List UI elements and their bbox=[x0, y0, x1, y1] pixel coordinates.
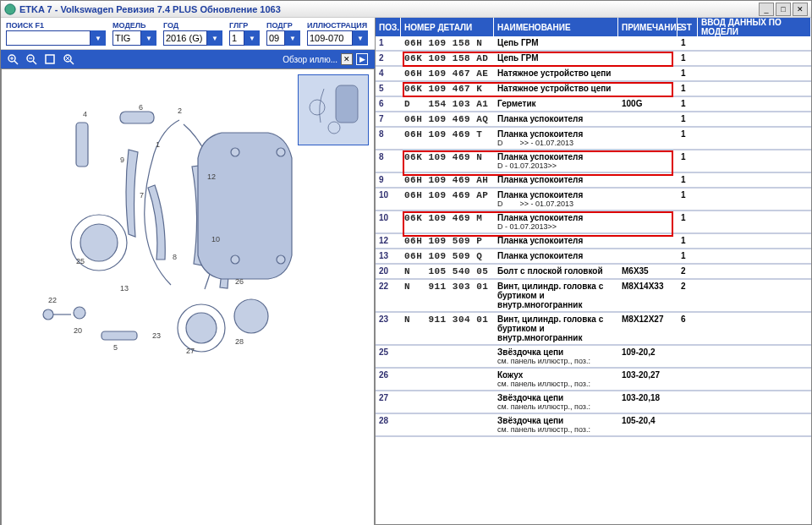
cell-pos: 20 bbox=[376, 265, 401, 278]
svg-point-0 bbox=[5, 3, 15, 14]
table-row[interactable]: 806H 109 469 TПланка успокоителяD >> - 0… bbox=[376, 128, 811, 150]
parts-pane: ПОЗ. НОМЕР ДЕТАЛИ НАИМЕНОВАНИЕ ПРИМЕЧАНИ… bbox=[375, 18, 811, 525]
cell-model bbox=[698, 173, 811, 187]
search-dropdown-button[interactable]: ▼ bbox=[91, 30, 106, 46]
svg-line-2 bbox=[14, 61, 18, 64]
table-row[interactable]: 23N 911 304 01Винт, цилиндр. головка с б… bbox=[376, 313, 811, 346]
cell-name: Планка успокоителя bbox=[494, 112, 618, 126]
podgr-input[interactable] bbox=[266, 30, 285, 46]
table-row[interactable]: 506K 109 467 KНатяжное устройство цепи1 bbox=[376, 82, 811, 97]
app-window: ETKA 7 - Volkswagen Ревизия 7.4 PLUS Обн… bbox=[0, 0, 812, 525]
overview-label: Обзор иллю... bbox=[283, 55, 337, 64]
cell-part: 06H 109 509 Q bbox=[401, 249, 494, 263]
cell-name: Кожухсм. панель иллюстр., поз.: bbox=[494, 369, 618, 390]
cell-note: 103-20,27 bbox=[618, 369, 678, 390]
cell-note bbox=[618, 67, 678, 80]
header-st[interactable]: ST bbox=[678, 18, 698, 36]
table-row[interactable]: 22N 911 303 01Винт, цилиндр. головка с б… bbox=[376, 280, 811, 313]
header-pos[interactable]: ПОЗ. bbox=[376, 18, 401, 36]
minimize-button[interactable]: _ bbox=[759, 3, 774, 16]
zoom-in-icon[interactable] bbox=[4, 52, 21, 67]
cell-note bbox=[618, 211, 678, 232]
cell-name: Планка успокоителяD >> - 01.07.2013 bbox=[494, 128, 618, 149]
diagram-thumbnail[interactable] bbox=[298, 74, 369, 145]
svg-text:25: 25 bbox=[76, 257, 85, 265]
svg-text:13: 13 bbox=[120, 284, 129, 293]
zoom-reset-icon[interactable] bbox=[60, 52, 77, 67]
svg-text:7: 7 bbox=[140, 191, 144, 200]
table-body[interactable]: 106H 109 158 NЦепь ГРМ1206K 109 158 ADЦе… bbox=[376, 36, 811, 525]
year-dropdown-button[interactable]: ▼ bbox=[207, 30, 222, 46]
table-row[interactable]: 25Звёздочка цеписм. панель иллюстр., поз… bbox=[376, 346, 811, 369]
cell-part bbox=[401, 369, 494, 390]
year-input[interactable] bbox=[163, 30, 207, 46]
app-icon bbox=[4, 3, 16, 15]
cell-name: Планка успокоителя bbox=[494, 249, 618, 263]
cell-note bbox=[618, 52, 678, 65]
diagram-view[interactable]: 26 41 97 1225 2220 523 2728 2610 813 bbox=[1, 68, 375, 525]
cell-part: 06K 109 469 M bbox=[401, 211, 494, 232]
table-row[interactable]: 28Звёздочка цеписм. панель иллюстр., поз… bbox=[376, 414, 811, 437]
svg-point-24 bbox=[74, 307, 85, 319]
cell-model bbox=[698, 189, 811, 210]
cell-model bbox=[698, 346, 811, 367]
cell-note bbox=[618, 173, 678, 187]
table-row[interactable]: 1006K 109 469 MПланка успокоителяD - 01.… bbox=[376, 211, 811, 234]
cell-part: 06K 109 469 N bbox=[401, 150, 494, 172]
header-name[interactable]: НАИМЕНОВАНИЕ bbox=[494, 18, 618, 36]
cell-model bbox=[698, 414, 811, 435]
table-row[interactable]: 27Звёздочка цеписм. панель иллюстр., поз… bbox=[376, 391, 811, 414]
podgr-dropdown-button[interactable]: ▼ bbox=[285, 30, 300, 46]
table-row[interactable]: 406H 109 467 AEНатяжное устройство цепи1 bbox=[376, 67, 811, 82]
cell-note: 105-20,4 bbox=[618, 414, 678, 435]
model-input[interactable] bbox=[112, 30, 141, 46]
cell-model bbox=[698, 211, 811, 232]
table-row[interactable]: 1306H 109 509 QПланка успокоителя1 bbox=[376, 249, 811, 265]
table-row[interactable]: 706H 109 469 AQПланка успокоителя1 bbox=[376, 112, 811, 128]
cell-model bbox=[698, 234, 811, 248]
model-dropdown-button[interactable]: ▼ bbox=[141, 30, 156, 46]
svg-point-17 bbox=[277, 148, 285, 156]
table-row[interactable]: 26Кожухсм. панель иллюстр., поз.:103-20,… bbox=[376, 369, 811, 391]
maximize-button[interactable]: □ bbox=[776, 3, 791, 16]
ill-input[interactable] bbox=[307, 30, 353, 46]
overview-close-icon[interactable]: ✕ bbox=[341, 53, 353, 65]
zoom-fit-icon[interactable] bbox=[41, 52, 58, 67]
search-input[interactable] bbox=[6, 30, 91, 46]
svg-point-46 bbox=[328, 122, 340, 134]
ill-dropdown-button[interactable]: ▼ bbox=[353, 30, 368, 46]
table-row[interactable]: 1206H 109 509 PПланка успокоителя1 bbox=[376, 234, 811, 249]
svg-point-22 bbox=[43, 309, 53, 320]
table-row[interactable]: 806K 109 469 NПланка успокоителяD - 01.0… bbox=[376, 150, 811, 173]
cell-part: N 105 540 05 bbox=[401, 265, 494, 278]
svg-text:23: 23 bbox=[152, 331, 161, 340]
cell-st: 2 bbox=[678, 280, 698, 311]
ggr-input[interactable] bbox=[229, 30, 244, 46]
svg-text:12: 12 bbox=[207, 172, 216, 181]
header-note[interactable]: ПРИМЕЧАНИЕ bbox=[618, 18, 678, 36]
cell-st: 6 bbox=[678, 313, 698, 344]
table-row[interactable]: 1006H 109 469 APПланка успокоителяD >> -… bbox=[376, 189, 811, 211]
table-row[interactable]: 20N 105 540 05Болт с плоской головкойM6X… bbox=[376, 265, 811, 280]
cell-st: 1 bbox=[678, 82, 698, 96]
cell-name: Звёздочка цеписм. панель иллюстр., поз.: bbox=[494, 391, 618, 413]
svg-point-14 bbox=[186, 313, 217, 343]
cell-note bbox=[618, 36, 678, 50]
zoom-out-icon[interactable] bbox=[23, 52, 40, 67]
table-header: ПОЗ. НОМЕР ДЕТАЛИ НАИМЕНОВАНИЕ ПРИМЕЧАНИ… bbox=[376, 18, 811, 36]
cell-note bbox=[618, 112, 678, 126]
header-part[interactable]: НОМЕР ДЕТАЛИ bbox=[401, 18, 494, 36]
svg-text:10: 10 bbox=[211, 235, 220, 243]
table-row[interactable]: 106H 109 158 NЦепь ГРМ1 bbox=[376, 36, 811, 52]
ggr-dropdown-button[interactable]: ▼ bbox=[244, 30, 260, 46]
cell-name: Планка успокоителяD - 01.07.2013>> bbox=[494, 211, 618, 232]
table-row[interactable]: 206K 109 158 ADЦепь ГРМ1 bbox=[376, 52, 811, 67]
table-row[interactable]: 906H 109 469 AHПланка успокоителя1 bbox=[376, 173, 811, 189]
close-button[interactable]: ✕ bbox=[793, 3, 808, 16]
overview-toggle-icon[interactable]: ▶ bbox=[356, 53, 368, 65]
table-row[interactable]: 6D 154 103 A1Герметик100G1 bbox=[376, 97, 811, 112]
svg-text:6: 6 bbox=[139, 103, 143, 112]
cell-pos: 8 bbox=[376, 150, 401, 172]
cell-st bbox=[678, 414, 698, 435]
header-model[interactable]: ВВОД ДАННЫХ ПО МОДЕЛИ bbox=[698, 18, 811, 36]
